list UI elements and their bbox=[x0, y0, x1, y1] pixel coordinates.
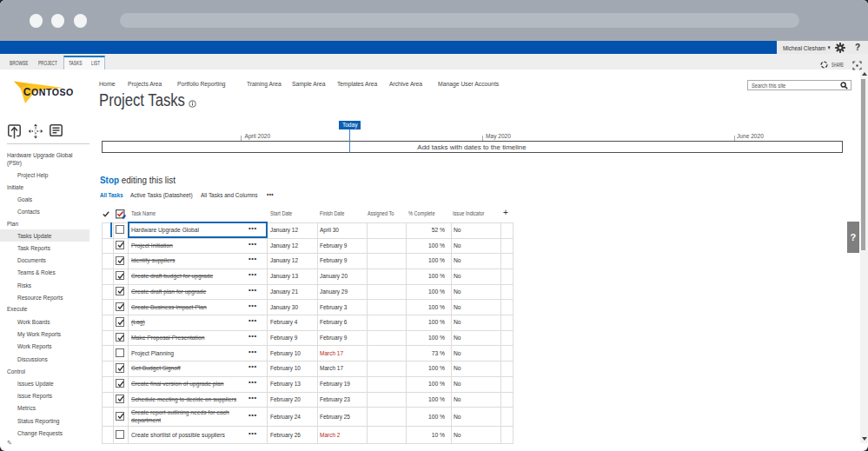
svg-text:CONTOSO: CONTOSO bbox=[23, 86, 74, 98]
